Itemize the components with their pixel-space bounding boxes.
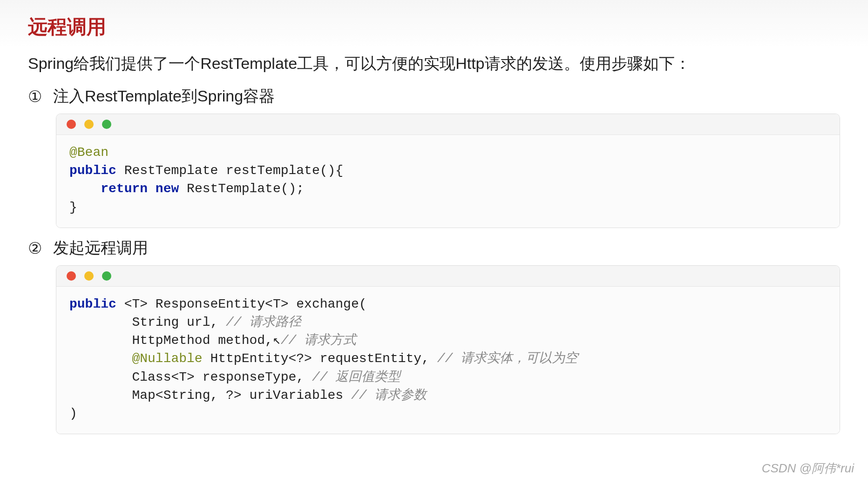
code-indent xyxy=(69,182,101,196)
code-text: Map<String, ?> uriVariables xyxy=(132,388,351,403)
code-comment: // 请求方式 xyxy=(281,333,356,348)
code-text: Class<T> responseType, xyxy=(132,370,312,384)
step-1: ① 注入RestTemplate到Spring容器 xyxy=(28,86,840,107)
code-indent xyxy=(69,388,132,403)
window-minimize-icon xyxy=(84,120,94,129)
intro-text: Spring给我们提供了一个RestTemplate工具，可以方便的实现Http… xyxy=(28,53,840,74)
code-indent xyxy=(69,351,132,366)
window-maximize-icon xyxy=(102,120,111,129)
step-number: ② xyxy=(28,239,53,257)
code-keyword: return xyxy=(101,182,148,196)
watermark: CSDN @阿伟*rui xyxy=(762,460,854,477)
code-titlebar xyxy=(56,266,840,287)
step-2: ② 发起远程调用 xyxy=(28,237,840,259)
code-text: RestTemplate restTemplate(){ xyxy=(116,163,343,178)
code-keyword: new xyxy=(156,182,179,196)
code-indent xyxy=(69,315,132,329)
code-keyword: public xyxy=(69,163,116,178)
code-text: <T> ResponseEntity<T> exchange( xyxy=(116,297,367,311)
code-text: ) xyxy=(69,406,77,421)
code-text: HttpMethod method, xyxy=(132,333,272,348)
code-text: RestTemplate(); xyxy=(179,182,304,196)
code-comment: // 请求路径 xyxy=(226,315,301,329)
code-block-1: @Bean public RestTemplate restTemplate()… xyxy=(56,114,840,228)
code-text: HttpEntity<?> requestEntity, xyxy=(203,351,437,366)
code-comment: // 请求实体，可以为空 xyxy=(437,351,578,366)
step-label: 注入RestTemplate到Spring容器 xyxy=(53,86,275,107)
code-indent xyxy=(69,333,132,348)
code-comment: // 返回值类型 xyxy=(312,370,400,384)
window-maximize-icon xyxy=(102,271,111,281)
code-comment: // 请求参数 xyxy=(351,388,427,403)
code-block-2: public <T> ResponseEntity<T> exchange( S… xyxy=(56,265,840,434)
window-close-icon xyxy=(67,271,76,281)
code-text: } xyxy=(69,200,77,215)
code-keyword: public xyxy=(69,297,116,311)
window-minimize-icon xyxy=(84,271,94,281)
cursor-icon: ↖ xyxy=(273,331,281,350)
step-label: 发起远程调用 xyxy=(53,237,148,259)
step-number: ① xyxy=(28,87,53,106)
window-close-icon xyxy=(67,120,76,129)
code-body: @Bean public RestTemplate restTemplate()… xyxy=(56,135,840,228)
code-indent xyxy=(69,370,132,384)
page-title: 远程调用 xyxy=(28,14,840,40)
slide-page: 远程调用 Spring给我们提供了一个RestTemplate工具，可以方便的实… xyxy=(0,0,868,484)
code-titlebar xyxy=(56,114,840,135)
code-annotation: @Bean xyxy=(69,145,108,160)
code-space xyxy=(148,182,156,196)
code-text: String url, xyxy=(132,315,226,329)
code-annotation: @Nullable xyxy=(132,351,202,366)
code-body: public <T> ResponseEntity<T> exchange( S… xyxy=(56,287,840,434)
